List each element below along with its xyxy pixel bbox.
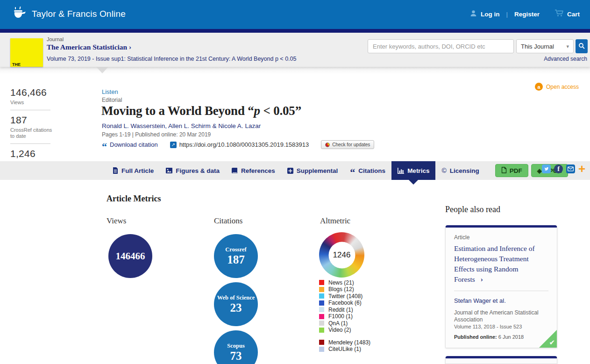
legend-gap	[319, 334, 370, 338]
more-share-button[interactable]: +	[578, 164, 585, 173]
scope-selected-value: This Journal	[521, 43, 554, 50]
login-label: Log in	[481, 11, 500, 18]
tab-full-article[interactable]: Full Article	[107, 161, 160, 180]
tab-figures-data[interactable]: Figures & data	[160, 161, 226, 180]
listen-link[interactable]: Listen	[102, 88, 118, 95]
twitter-share-button[interactable]	[542, 164, 551, 173]
views-count: 146,466	[10, 87, 53, 98]
altmetric-score: 1246	[328, 242, 355, 268]
altmetric-count: 1,246	[10, 148, 53, 159]
legend-item: Facebook (6)	[319, 300, 370, 306]
register-link[interactable]: Register	[514, 11, 540, 18]
tab-label: References	[241, 167, 275, 174]
legend-swatch	[319, 328, 324, 333]
search-button[interactable]	[576, 39, 588, 53]
journal-cover-text: THE AMERICAN	[12, 63, 42, 67]
recommended-article-card[interactable]: Article Estimation and Inference of Hete…	[445, 225, 557, 348]
page: Taylor & Francis Online Log in | Registe…	[0, 0, 590, 364]
divider	[10, 110, 50, 110]
person-icon	[469, 9, 477, 19]
tab-licensing[interactable]: © Licensing	[435, 161, 485, 180]
legend-item: Twitter (1408)	[319, 293, 370, 299]
facebook-share-button[interactable]: f	[554, 164, 563, 173]
divider	[454, 291, 548, 291]
legend-swatch	[319, 293, 324, 299]
journal-cover-thumbnail[interactable]: THE AMERICAN	[10, 38, 43, 67]
journal-title-link[interactable]: The American Statistician ›	[47, 43, 131, 51]
check-for-updates-badge[interactable]: Check for updates	[321, 140, 374, 149]
tab-references[interactable]: References	[226, 161, 281, 180]
legend-swatch	[319, 347, 324, 352]
legend-item: Video (2)	[319, 328, 370, 333]
tab-label: Metrics	[407, 167, 429, 174]
login-link[interactable]: Log in	[469, 9, 500, 19]
legend-item: CiteULike (1)	[319, 347, 370, 352]
card-article-title[interactable]: Estimation and Inference of Heterogeneou…	[454, 243, 548, 285]
open-access-label: Open access	[546, 84, 579, 90]
plus-square-icon	[287, 168, 293, 174]
tab-label: Supplemental	[297, 167, 338, 174]
citation-row: “ Download citation ↗ https://doi.org/10…	[102, 140, 374, 149]
recommended-article-card-2[interactable]	[445, 356, 557, 364]
email-share-button[interactable]	[566, 164, 575, 173]
doi-text: https://doi.org/10.1080/00031305.2019.15…	[179, 141, 309, 148]
scopus-circle-value: 73	[230, 350, 242, 363]
cart-link[interactable]: Cart	[554, 9, 580, 19]
crossref-circle-value: 187	[227, 253, 245, 266]
bar-chart-icon	[398, 168, 404, 174]
image-icon	[166, 168, 172, 173]
card-published-line: Published online: 6 Jun 2018	[454, 334, 548, 340]
scopus-circle: Scopus 73	[214, 330, 258, 364]
chevron-right-icon: ›	[481, 275, 483, 283]
tab-label: Citations	[358, 167, 385, 174]
pages-published-line: Pages 1-19 | Published online: 20 Mar 20…	[102, 131, 211, 138]
download-citation-link[interactable]: “ Download citation	[102, 141, 158, 148]
link-icon: ↗	[170, 142, 177, 148]
book-icon	[232, 168, 238, 174]
legend-item: Reddit (1)	[319, 307, 370, 313]
pdf-button[interactable]: PDF	[495, 164, 528, 177]
wos-circle-value: 23	[230, 301, 242, 314]
legend-item: Mendeley (1483)	[319, 340, 370, 345]
altmetric-donut-badge[interactable]: 1246	[319, 232, 364, 278]
legend-item: QnA (1)	[319, 321, 370, 326]
teapot-icon	[10, 7, 27, 21]
share-buttons: f +	[542, 164, 585, 173]
tf-logo[interactable]: Taylor & Francis Online	[10, 7, 126, 21]
legend-swatch	[319, 340, 324, 345]
cart-icon	[554, 9, 564, 19]
brand-text: Taylor & Francis Online	[32, 9, 126, 19]
doi-link[interactable]: ↗ https://doi.org/10.1080/00031305.2019.…	[170, 141, 309, 148]
search-icon	[578, 43, 585, 50]
check-for-updates-label: Check for updates	[332, 142, 370, 147]
chevron-down-icon: ▾	[566, 43, 569, 50]
open-access-badge[interactable]: a Open access	[535, 83, 579, 91]
views-circle: 146466	[108, 234, 152, 278]
article-type-label: Editorial	[102, 97, 122, 103]
tab-label: Figures & data	[176, 167, 220, 174]
tab-label: Licensing	[450, 167, 479, 174]
card-authors[interactable]: Stefan Wager et al.	[454, 297, 548, 304]
legend-swatch	[319, 307, 324, 312]
journal-issue-line[interactable]: Volume 73, 2019 - Issue sup1: Statistica…	[47, 56, 296, 62]
tab-supplemental[interactable]: Supplemental	[281, 161, 344, 180]
advanced-search-link[interactable]: Advanced search	[544, 56, 587, 62]
tab-metrics[interactable]: Metrics	[391, 161, 435, 180]
scopus-circle-label: Scopus	[227, 343, 245, 349]
quote-icon: “	[102, 144, 107, 149]
legend-swatch	[319, 287, 324, 292]
tab-citations[interactable]: “ Citations	[344, 161, 391, 180]
article-authors[interactable]: Ronald L. Wasserstein, Allen L. Schirm &…	[102, 122, 261, 129]
header-account-links: Log in | Register Cart	[469, 9, 580, 19]
check-icon: ✔	[549, 338, 555, 347]
search-input[interactable]	[368, 39, 514, 53]
legend-swatch	[319, 300, 324, 306]
legend-swatch	[319, 280, 324, 285]
legend-item: F1000 (1)	[319, 314, 370, 320]
card-article-kicker: Article	[454, 234, 548, 241]
copyright-icon: ©	[441, 167, 446, 174]
web-of-science-circle: Web of Science 23	[214, 282, 258, 326]
card-journal-name[interactable]: Journal of the American Statistical Asso…	[454, 309, 548, 323]
card-issue-line: Volume 113, 2018 - Issue 523	[454, 324, 548, 329]
search-scope-select[interactable]: This Journal ▾	[516, 39, 574, 53]
